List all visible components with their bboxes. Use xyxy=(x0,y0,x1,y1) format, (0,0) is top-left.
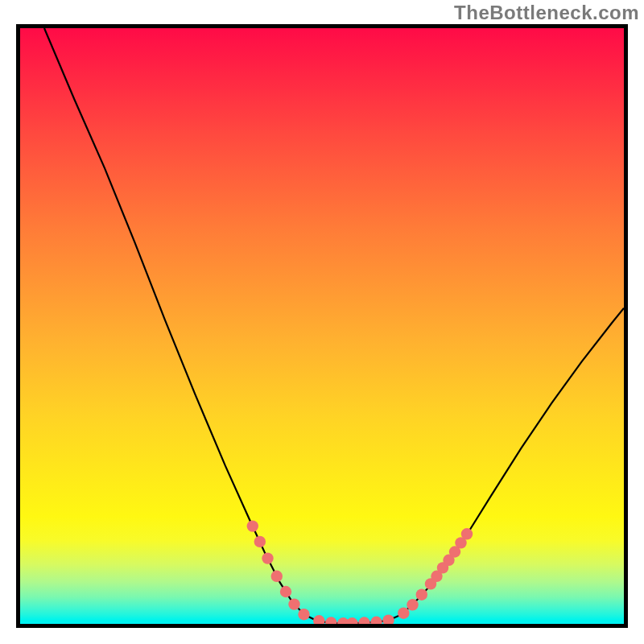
highlight-dot xyxy=(288,598,299,609)
highlight-dot xyxy=(298,609,309,620)
highlight-dot xyxy=(247,520,258,531)
highlight-dot xyxy=(398,608,409,619)
highlight-dot xyxy=(325,617,336,624)
highlight-dot xyxy=(358,617,369,624)
highlight-dot xyxy=(346,617,357,624)
highlight-dots-group xyxy=(247,520,473,624)
highlight-dot xyxy=(382,614,394,624)
highlight-dot xyxy=(254,536,266,547)
chart-frame: TheBottleneck.com xyxy=(0,0,644,644)
bottleneck-curve xyxy=(44,28,624,623)
highlight-dot xyxy=(407,599,418,610)
highlight-dot xyxy=(313,615,324,624)
highlight-dot xyxy=(271,571,283,582)
highlight-dot xyxy=(416,589,427,601)
plot-area xyxy=(16,24,628,628)
curve-overlay xyxy=(20,28,624,624)
watermark-label: TheBottleneck.com xyxy=(454,2,639,24)
highlight-dot xyxy=(262,552,273,564)
highlight-dot xyxy=(461,528,473,539)
highlight-dot xyxy=(370,617,382,624)
highlight-dot xyxy=(280,586,291,597)
